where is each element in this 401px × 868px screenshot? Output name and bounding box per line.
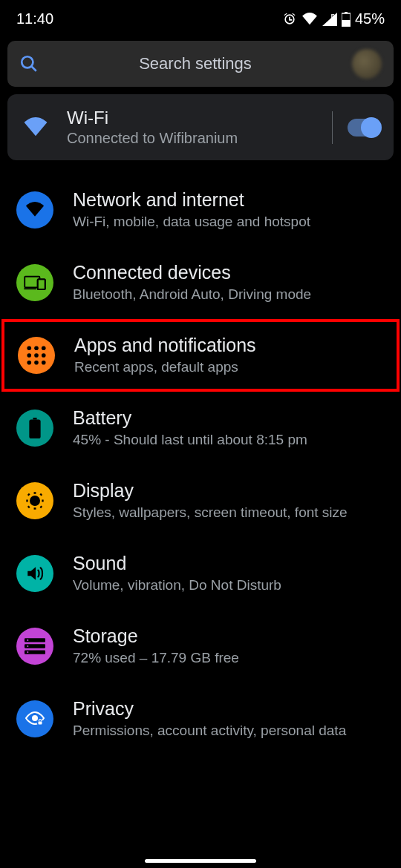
nav-handle[interactable] xyxy=(145,859,256,863)
wifi-title: Wi-Fi xyxy=(67,108,317,128)
devices-icon xyxy=(16,264,53,301)
alarm-icon xyxy=(282,12,297,27)
setting-title: Storage xyxy=(73,625,385,648)
apps-icon xyxy=(18,337,55,374)
setting-title: Sound xyxy=(73,552,385,575)
privacy-icon xyxy=(16,700,53,737)
wifi-subtitle: Connected to Wifibranium xyxy=(67,130,317,147)
setting-subtitle: Wi-Fi, mobile, data usage and hotspot xyxy=(73,213,385,231)
svg-rect-30 xyxy=(39,721,42,724)
setting-title: Apps and notifications xyxy=(74,334,383,357)
wifi-icon xyxy=(22,117,49,138)
sound-icon xyxy=(16,555,53,592)
battery-percentage: 45% xyxy=(355,10,385,27)
svg-point-4 xyxy=(22,56,33,68)
battery-icon xyxy=(342,12,351,27)
setting-subtitle: 45% - Should last until about 8:15 pm xyxy=(73,431,385,450)
setting-subtitle: Volume, vibration, Do Not Disturb xyxy=(73,576,385,595)
wifi-toggle[interactable] xyxy=(348,119,380,137)
svg-line-5 xyxy=(31,66,36,71)
search-settings-card[interactable]: Search settings xyxy=(7,41,394,87)
divider xyxy=(332,111,333,144)
setting-title: Connected devices xyxy=(73,261,385,284)
status-bar: 11:40 R 45% xyxy=(0,0,401,35)
setting-item-devices[interactable]: Connected devicesBluetooth, Android Auto… xyxy=(0,246,401,319)
svg-point-13 xyxy=(27,353,31,358)
svg-text:R: R xyxy=(331,13,336,19)
setting-subtitle: Bluetooth, Android Auto, Driving mode xyxy=(73,286,385,304)
display-icon xyxy=(16,482,53,519)
svg-point-15 xyxy=(42,353,46,358)
svg-point-17 xyxy=(34,361,39,365)
settings-list: Network and internetWi-Fi, mobile, data … xyxy=(0,174,401,755)
setting-subtitle: Styles, wallpapers, screen timeout, font… xyxy=(73,504,385,522)
svg-point-25 xyxy=(27,639,28,640)
svg-point-27 xyxy=(27,651,28,653)
svg-point-16 xyxy=(27,361,31,365)
svg-rect-7 xyxy=(38,279,45,289)
status-time: 11:40 xyxy=(16,10,53,27)
svg-point-18 xyxy=(42,361,46,365)
setting-subtitle: Recent apps, default apps xyxy=(74,358,383,377)
svg-point-28 xyxy=(32,715,38,721)
svg-point-21 xyxy=(30,496,39,505)
profile-avatar[interactable] xyxy=(352,49,382,79)
svg-point-12 xyxy=(42,346,46,350)
setting-item-wifi[interactable]: Network and internetWi-Fi, mobile, data … xyxy=(0,174,401,246)
setting-item-apps[interactable]: Apps and notificationsRecent apps, defau… xyxy=(4,322,397,389)
wifi-status-icon xyxy=(301,13,318,26)
setting-item-display[interactable]: DisplayStyles, wallpapers, screen timeou… xyxy=(0,464,401,537)
battery-icon xyxy=(16,410,53,447)
svg-rect-3 xyxy=(342,20,351,27)
search-placeholder: Search settings xyxy=(39,54,352,73)
setting-subtitle: 72% used – 17.79 GB free xyxy=(73,649,385,668)
setting-item-battery[interactable]: Battery45% - Should last until about 8:1… xyxy=(0,392,401,464)
storage-icon xyxy=(16,628,53,665)
setting-item-sound[interactable]: SoundVolume, vibration, Do Not Disturb xyxy=(0,537,401,610)
setting-title: Battery xyxy=(73,407,385,430)
svg-rect-20 xyxy=(29,419,40,438)
svg-point-26 xyxy=(27,645,28,647)
search-icon xyxy=(19,54,39,73)
wifi-icon xyxy=(16,191,53,228)
svg-point-11 xyxy=(34,346,39,350)
wifi-quick-card[interactable]: Wi-Fi Connected to Wifibranium xyxy=(7,94,394,160)
svg-point-10 xyxy=(27,346,31,350)
setting-subtitle: Permissions, account activity, personal … xyxy=(73,722,385,740)
setting-item-privacy[interactable]: PrivacyPermissions, account activity, pe… xyxy=(0,683,401,755)
svg-rect-19 xyxy=(33,418,36,420)
setting-title: Privacy xyxy=(73,697,385,720)
signal-icon: R xyxy=(322,13,337,26)
setting-item-storage[interactable]: Storage72% used – 17.79 GB free xyxy=(0,610,401,683)
highlight-box: Apps and notificationsRecent apps, defau… xyxy=(1,319,400,392)
setting-title: Display xyxy=(73,479,385,502)
svg-point-14 xyxy=(34,353,39,358)
setting-title: Network and internet xyxy=(73,188,385,211)
